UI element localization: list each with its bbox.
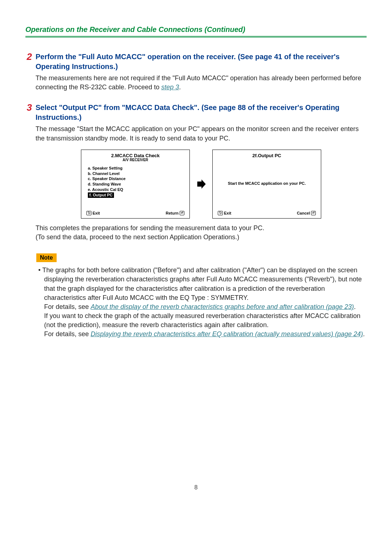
step-2-body: Perform the "Full Auto MCACC" operation … <box>36 52 367 92</box>
menu-mcacc-data-check: 2.MCACC Data Check A/V RECEIVER a. Speak… <box>81 150 190 219</box>
note-link-reverb-display[interactable]: About the display of the reverb characte… <box>91 303 354 310</box>
menu-right-cancel: Cancel ⏎ <box>297 211 316 215</box>
menu-item-standing-wave: d. Standing Wave <box>88 182 183 187</box>
note-period-2: . <box>363 330 365 338</box>
menu-left-exit-label: Exit <box>93 211 100 215</box>
menu-left-title: 2.MCACC Data Check <box>81 150 189 158</box>
note-text-1: The graphs for both before calibration (… <box>42 266 362 301</box>
section-title: Operations on the Receiver and Cable Con… <box>25 25 367 34</box>
menu-item-channel-level: b. Channel Level <box>88 171 183 176</box>
menu-item-speaker-distance: c. Speaker Distance <box>88 176 183 182</box>
step-2: 2 Perform the "Full Auto MCACC" operatio… <box>25 52 367 92</box>
menu-left-list: a. Speaker Setting b. Channel Level c. S… <box>81 162 189 209</box>
menu-left-return-label: Return <box>166 211 179 215</box>
page-container: Operations on the Receiver and Cable Con… <box>0 0 392 505</box>
menu-right-exit: ⮌ Exit <box>218 211 231 215</box>
step-2-text: The measurements here are not required i… <box>36 74 367 92</box>
menu-right-message: Start the MCACC application on your PC. <box>213 158 321 209</box>
step-3-after-1: This completes the preparations for send… <box>36 224 367 233</box>
menu-right-footer: ⮌ Exit Cancel ⏎ <box>213 209 321 218</box>
step-number-2: 2 <box>25 52 32 61</box>
step-3-text: The message "Start the MCACC application… <box>36 125 367 143</box>
arrow-right-icon <box>196 179 207 189</box>
menu-left-exit: ⮌ Exit <box>86 211 100 215</box>
note-bullet: The graphs for both before calibration (… <box>36 266 367 339</box>
step-3-body: Select "Output PC" from "MCACC Data Chec… <box>36 103 367 242</box>
step-2-text-post: . <box>179 83 181 91</box>
menu-right-title: 2f.Output PC <box>213 150 321 158</box>
menu-right-cancel-label: Cancel <box>297 211 310 215</box>
step-3-after-2: (To send the data, proceed to the next s… <box>36 233 367 242</box>
menu-left-footer: ⮌ Exit Return ⏎ <box>81 209 189 218</box>
menu-left-subtitle: A/V RECEIVER <box>81 158 189 162</box>
note-text-2: If you want to check the graph of the ac… <box>44 312 360 329</box>
note-details-prefix-1: For details, see <box>44 303 91 310</box>
step-2-heading: Perform the "Full Auto MCACC" operation … <box>36 52 367 72</box>
step-2-text-pre: The measurements here are not required i… <box>36 74 361 91</box>
menu-item-output-pc: f. Output PC <box>88 192 114 198</box>
menu-item-speaker-setting: a. Speaker Setting <box>88 166 183 171</box>
step-3-link[interactable]: step 3 <box>161 83 179 91</box>
page-number: 8 <box>25 484 367 491</box>
return-key-icon: ⏎ <box>180 211 184 215</box>
menu-screens: 2.MCACC Data Check A/V RECEIVER a. Speak… <box>36 150 367 219</box>
step-3-heading: Select "Output PC" from "MCACC Data Chec… <box>36 103 367 122</box>
note-period-1: . <box>354 303 356 310</box>
note-details-prefix-2: For details, see <box>44 330 91 338</box>
menu-left-return: Return ⏎ <box>166 211 184 215</box>
note-link-reverb-after-eq[interactable]: Displaying the reverb characteristics af… <box>91 330 363 338</box>
note-label: Note <box>36 253 57 262</box>
exit-key-icon: ⮌ <box>86 211 91 215</box>
step-number-3: 3 <box>25 103 32 112</box>
note-list: The graphs for both before calibration (… <box>25 266 367 339</box>
menu-output-pc: 2f.Output PC Start the MCACC application… <box>212 150 321 219</box>
step-3: 3 Select "Output PC" from "MCACC Data Ch… <box>25 103 367 242</box>
title-underline <box>25 36 367 37</box>
exit-key-icon-2: ⮌ <box>218 211 223 215</box>
menu-item-acoustic-cal-eq: e. Acoustic Cal EQ <box>88 187 183 192</box>
cancel-key-icon: ⏎ <box>311 211 316 215</box>
menu-right-exit-label: Exit <box>224 211 231 215</box>
